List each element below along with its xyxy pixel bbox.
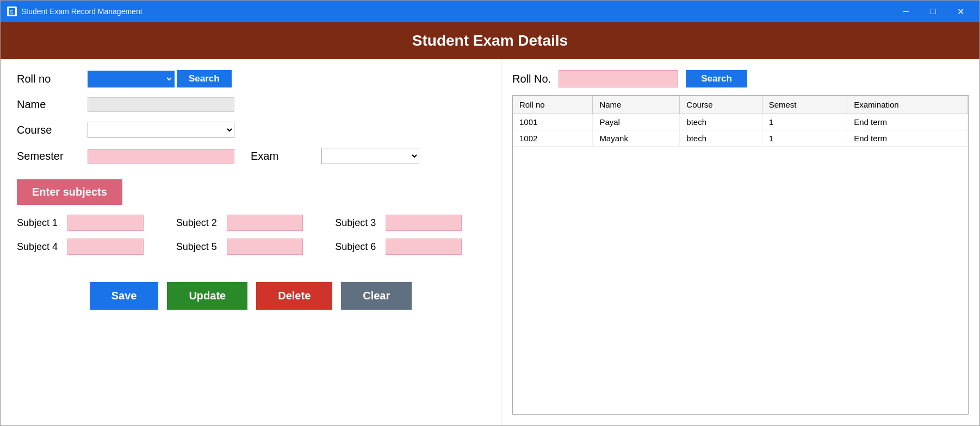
course-label: Course xyxy=(17,124,88,136)
course-select[interactable]: btech mtech xyxy=(88,122,234,138)
app-header: Student Exam Details xyxy=(1,22,979,59)
subject3-input[interactable] xyxy=(386,215,462,231)
enter-subjects-button[interactable]: Enter subjects xyxy=(17,179,122,205)
main-content: Roll no Search Name Course btech mtech xyxy=(1,59,979,425)
left-panel: Roll no Search Name Course btech mtech xyxy=(1,59,501,425)
subjects-grid: Subject 1 Subject 2 Subject 3 Subject 4 … xyxy=(17,215,485,255)
subject5-label: Subject 5 xyxy=(176,241,217,253)
subject4-label: Subject 4 xyxy=(17,241,58,253)
title-bar: S Student Exam Record Management ─ □ ✕ xyxy=(1,1,979,22)
semester-exam-row: Semester Exam End term Mid term xyxy=(17,148,485,164)
right-panel: Roll No. Search Roll no Name Course Seme… xyxy=(501,59,979,425)
subject3-label: Subject 3 xyxy=(335,217,376,229)
cell-semester: 1 xyxy=(762,114,847,130)
svg-text:S: S xyxy=(10,9,13,15)
cell-name: Payal xyxy=(593,114,680,130)
course-row: Course btech mtech xyxy=(17,122,485,138)
subject5-input[interactable] xyxy=(227,239,303,255)
exam-label: Exam xyxy=(251,150,321,162)
subject1-input[interactable] xyxy=(67,215,144,231)
roll-no-label: Roll no xyxy=(17,73,88,85)
right-search-row: Roll No. Search xyxy=(512,70,969,87)
maximize-button[interactable]: □ xyxy=(921,3,946,20)
semester-label: Semester xyxy=(17,150,88,162)
subject6-label: Subject 6 xyxy=(335,241,376,253)
cell-examination: End term xyxy=(847,130,968,147)
roll-no-row: Roll no Search xyxy=(17,70,485,87)
enter-subjects-row: Enter subjects xyxy=(17,174,485,215)
table-row[interactable]: 1002 Mayank btech 1 End term xyxy=(513,130,968,147)
subject1-label: Subject 1 xyxy=(17,217,58,229)
exam-select[interactable]: End term Mid term xyxy=(321,148,419,164)
cell-name: Mayank xyxy=(593,130,680,147)
delete-button[interactable]: Delete xyxy=(256,282,332,310)
cell-course: btech xyxy=(680,114,762,130)
name-input[interactable] xyxy=(88,97,234,112)
col-header-semester: Semest xyxy=(762,96,847,114)
cell-roll-no: 1001 xyxy=(513,114,593,130)
right-roll-no-label: Roll No. xyxy=(512,73,551,85)
col-header-roll-no: Roll no xyxy=(513,96,593,114)
semester-input[interactable] xyxy=(88,149,234,164)
table-body: 1001 Payal btech 1 End term 1002 Mayank … xyxy=(513,114,968,147)
subject6-input[interactable] xyxy=(386,239,462,255)
table-row[interactable]: 1001 Payal btech 1 End term xyxy=(513,114,968,130)
records-table: Roll no Name Course Semest Examination 1… xyxy=(513,96,968,147)
window-title: Student Exam Record Management xyxy=(21,7,142,16)
clear-button[interactable]: Clear xyxy=(341,282,412,310)
records-table-container[interactable]: Roll no Name Course Semest Examination 1… xyxy=(512,95,969,415)
minimize-button[interactable]: ─ xyxy=(894,3,919,20)
save-button[interactable]: Save xyxy=(90,282,159,310)
left-search-button[interactable]: Search xyxy=(177,70,232,87)
cell-semester: 1 xyxy=(762,130,847,147)
right-roll-no-input[interactable] xyxy=(559,70,678,87)
subject4-input[interactable] xyxy=(67,239,144,255)
col-header-examination: Examination xyxy=(847,96,968,114)
table-header-row: Roll no Name Course Semest Examination xyxy=(513,96,968,114)
subject2-label: Subject 2 xyxy=(176,217,217,229)
name-row: Name xyxy=(17,97,485,112)
close-button[interactable]: ✕ xyxy=(948,3,973,20)
col-header-name: Name xyxy=(593,96,680,114)
right-search-button[interactable]: Search xyxy=(686,70,747,87)
name-label: Name xyxy=(17,98,88,111)
cell-examination: End term xyxy=(847,114,968,130)
cell-roll-no: 1002 xyxy=(513,130,593,147)
main-window: S Student Exam Record Management ─ □ ✕ S… xyxy=(0,0,980,426)
action-buttons: Save Update Delete Clear xyxy=(17,282,485,310)
cell-course: btech xyxy=(680,130,762,147)
roll-no-select[interactable] xyxy=(88,71,175,87)
subject2-input[interactable] xyxy=(227,215,303,231)
app-icon: S xyxy=(7,7,17,16)
col-header-course: Course xyxy=(680,96,762,114)
app-header-title: Student Exam Details xyxy=(412,32,568,49)
update-button[interactable]: Update xyxy=(167,282,247,310)
